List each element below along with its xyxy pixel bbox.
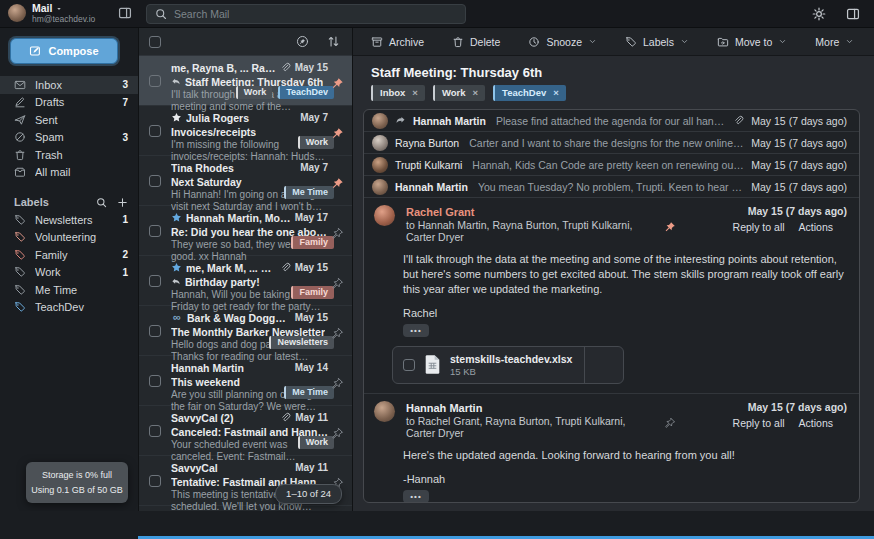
toolbar-archive-button[interactable]: Archive [371,36,424,48]
remove-tag-icon[interactable]: × [553,87,559,98]
thread-tag-inbox[interactable]: Inbox × [371,85,425,101]
account-switcher[interactable]: Mail hm@teachdev.io [0,3,138,24]
star-icon[interactable] [171,112,182,123]
message-recipients[interactable]: to Rachel Grant, Rayna Burton, Trupti Ku… [406,415,656,439]
add-label-icon[interactable] [117,197,128,208]
mark-unread-icon[interactable] [690,221,702,233]
pin-icon[interactable] [331,227,344,240]
sort-icon[interactable] [327,35,340,48]
pin-icon[interactable] [331,177,344,190]
email-list-item[interactable]: me, Rayna B, ... Rachel G (6) May 15 Sta… [139,56,352,106]
sidebar-item-trash[interactable]: Trash [0,146,138,164]
sidebar-label-newsletters[interactable]: Newsletters 1 [0,211,138,229]
message-sender[interactable]: Rachel Grant [406,205,656,219]
folder-label: All mail [35,166,119,178]
email-checkbox[interactable] [149,125,161,137]
mark-unread-icon[interactable] [690,417,702,429]
toolbar-label: More [815,36,839,48]
sidebar-label-teachdev[interactable]: TeachDev [0,299,138,317]
quoted-text-toggle[interactable]: ••• [403,324,429,337]
filter-pinned-icon[interactable] [296,35,309,48]
attachment-icon [733,115,744,126]
collapsed-message-row[interactable]: Hannah Martin You mean Tuesday? No probl… [364,176,859,198]
email-checkbox[interactable] [149,425,161,437]
thread-tag-work[interactable]: Work × [433,85,485,101]
label-search-icon[interactable] [96,197,107,208]
attachment-card[interactable]: stemskills-teachdev.xlsx 15 KB [392,346,624,384]
toolbar-labels-button[interactable]: Labels [625,36,689,48]
email-subject: Next Saturday [171,176,242,188]
reply-all-button[interactable]: Reply to all [716,417,785,429]
email-checkbox[interactable] [149,225,161,237]
pin-icon[interactable] [331,427,344,440]
search-input[interactable] [174,8,457,20]
toolbar-delete-button[interactable]: Delete [452,36,500,48]
email-list-item[interactable]: Tina Rhodes May 7 Next Saturday Hi Hanna… [139,156,352,206]
email-list-item[interactable]: me, Mark M, ... Mary G (8) May 15 Birthd… [139,256,352,306]
sidebar-toggle-icon[interactable] [118,6,132,20]
tag-icon [14,284,26,296]
star-icon[interactable] [171,262,182,273]
email-list-item[interactable]: Hannah Martin, Mom (4) May 17 Re: Did yo… [139,206,352,256]
quoted-text-toggle[interactable]: ••• [403,490,429,503]
actions-button[interactable]: Actions [799,221,847,233]
toolbar-icon [371,36,383,48]
message-recipients[interactable]: to Hannah Martin, Rayna Burton, Trupti K… [406,219,656,243]
toolbar-more-button[interactable]: More [815,36,854,48]
email-checkbox[interactable] [149,375,161,387]
toolbar-icon [528,36,540,48]
sidebar-label-work[interactable]: Work 1 [0,264,138,282]
pin-icon[interactable] [331,327,344,340]
toolbar-snooze-button[interactable]: Snooze [528,36,597,48]
sidebar-item-all-mail[interactable]: All mail [0,164,138,182]
download-button[interactable] [584,347,623,383]
label-name: Volunteering [35,231,119,243]
sidebar-item-inbox[interactable]: Inbox 3 [0,76,138,94]
sidebar-label-volunteering[interactable]: Volunteering [0,229,138,247]
account-avatar[interactable] [8,4,26,22]
email-checkbox[interactable] [149,275,161,287]
attachment-name: stemskills-teachdev.xlsx [450,353,572,365]
email-checkbox[interactable] [149,475,161,487]
remove-tag-icon[interactable]: × [412,87,418,98]
settings-gear-icon[interactable] [812,7,826,21]
email-list-item[interactable]: Mark Martin May 7 Sick kiddo School nurs… [139,506,352,511]
sidebar-item-drafts[interactable]: Drafts 7 [0,94,138,112]
actions-button[interactable]: Actions [799,417,847,429]
search-bar[interactable] [146,4,466,24]
email-checkbox[interactable] [149,325,161,337]
email-list-item[interactable]: SavvyCal (2) May 11 Canceled: Fastmail a… [139,406,352,456]
email-checkbox[interactable] [149,175,161,187]
sidebar-item-spam[interactable]: Spam 3 [0,129,138,147]
sidebar-item-sent[interactable]: Sent [0,111,138,129]
toolbar-move-to-button[interactable]: Move to [717,36,787,48]
account-info[interactable]: Mail hm@teachdev.io [32,3,112,24]
email-checkbox[interactable] [149,75,161,87]
pin-icon[interactable] [664,221,676,233]
collapsed-message-row[interactable]: Trupti Kulkarni Hannah, Kids Can Code ar… [364,154,859,176]
sidebar-label-me-time[interactable]: Me Time [0,281,138,299]
compose-button[interactable]: Compose [10,38,118,64]
sidebar-label-family[interactable]: Family 2 [0,246,138,264]
email-sender: SavvyCal [171,462,291,474]
email-list-item[interactable]: Julia Rogers May 7 Invoices/receipts I'm… [139,106,352,156]
thread-tag-teachdev[interactable]: TeachDev × [493,85,566,101]
reply-all-button[interactable]: Reply to all [716,221,785,233]
pin-icon[interactable] [664,417,676,429]
pin-icon[interactable] [331,127,344,140]
collapsed-message-row[interactable]: Hannah Martin Please find attached the a… [364,110,859,132]
pin-icon[interactable] [331,377,344,390]
mail-list-pane: me, Rayna B, ... Rachel G (6) May 15 Sta… [138,28,352,511]
pin-icon[interactable] [331,277,344,290]
reading-pane-toggle-icon[interactable] [846,7,860,21]
email-date: May 7 [300,112,328,123]
email-list-item[interactable]: ∞ Bark & Wag Doggy Daycare May 15 The Mo… [139,306,352,356]
pin-icon[interactable] [331,77,344,90]
email-list-item[interactable]: Hannah Martin May 14 This weekend Are yo… [139,356,352,406]
star-icon[interactable] [171,212,182,223]
collapsed-message-row[interactable]: Rayna Burton Carter and I want to share … [364,132,859,154]
remove-tag-icon[interactable]: × [473,87,479,98]
attachment-checkbox[interactable] [403,359,415,371]
message-sender[interactable]: Hannah Martin [406,401,656,415]
select-all-checkbox[interactable] [149,36,161,48]
